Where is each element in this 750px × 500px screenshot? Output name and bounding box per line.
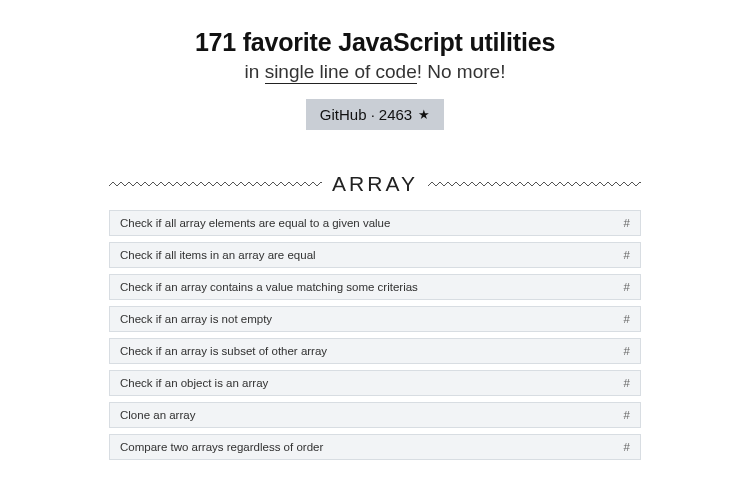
- list-item-label: Clone an array: [120, 409, 195, 421]
- list-item[interactable]: Clone an array#: [109, 402, 641, 428]
- anchor-link[interactable]: #: [624, 377, 630, 389]
- anchor-link[interactable]: #: [624, 441, 630, 453]
- anchor-link[interactable]: #: [624, 345, 630, 357]
- section-title: ARRAY: [332, 172, 418, 196]
- page-header: 171 favorite JavaScript utilities in sin…: [0, 28, 750, 130]
- list-item[interactable]: Compare two arrays regardless of order#: [109, 434, 641, 460]
- list-item-label: Check if an array is subset of other arr…: [120, 345, 327, 357]
- list-item[interactable]: Check if an object is an array#: [109, 370, 641, 396]
- list-item-label: Check if all items in an array are equal: [120, 249, 316, 261]
- list-item[interactable]: Check if an array is not empty#: [109, 306, 641, 332]
- list-item-label: Check if an object is an array: [120, 377, 268, 389]
- list-item-label: Check if an array contains a value match…: [120, 281, 418, 293]
- list-item[interactable]: Check if an array contains a value match…: [109, 274, 641, 300]
- list-item-label: Compare two arrays regardless of order: [120, 441, 323, 453]
- utility-list: Check if all array elements are equal to…: [109, 210, 641, 460]
- github-stars-button[interactable]: GitHub · 2463 ★: [306, 99, 444, 130]
- divider-zigzag-left: [109, 181, 322, 187]
- list-item-label: Check if all array elements are equal to…: [120, 217, 390, 229]
- subtitle-suffix: ! No more!: [417, 61, 506, 82]
- anchor-link[interactable]: #: [624, 281, 630, 293]
- star-icon: ★: [418, 107, 430, 122]
- anchor-link[interactable]: #: [624, 409, 630, 421]
- list-item[interactable]: Check if all array elements are equal to…: [109, 210, 641, 236]
- divider-zigzag-right: [428, 181, 641, 187]
- section-header: ARRAY: [109, 172, 641, 196]
- github-label-prefix: GitHub ·: [320, 106, 375, 123]
- section-array: ARRAY Check if all array elements are eq…: [109, 172, 641, 460]
- github-star-count: 2463: [379, 106, 412, 123]
- list-item[interactable]: Check if an array is subset of other arr…: [109, 338, 641, 364]
- list-item[interactable]: Check if all items in an array are equal…: [109, 242, 641, 268]
- page-subtitle: in single line of code! No more!: [0, 61, 750, 83]
- anchor-link[interactable]: #: [624, 249, 630, 261]
- page-title: 171 favorite JavaScript utilities: [0, 28, 750, 57]
- subtitle-underlined: single line of code: [265, 61, 417, 84]
- subtitle-prefix: in: [245, 61, 265, 82]
- anchor-link[interactable]: #: [624, 217, 630, 229]
- anchor-link[interactable]: #: [624, 313, 630, 325]
- list-item-label: Check if an array is not empty: [120, 313, 272, 325]
